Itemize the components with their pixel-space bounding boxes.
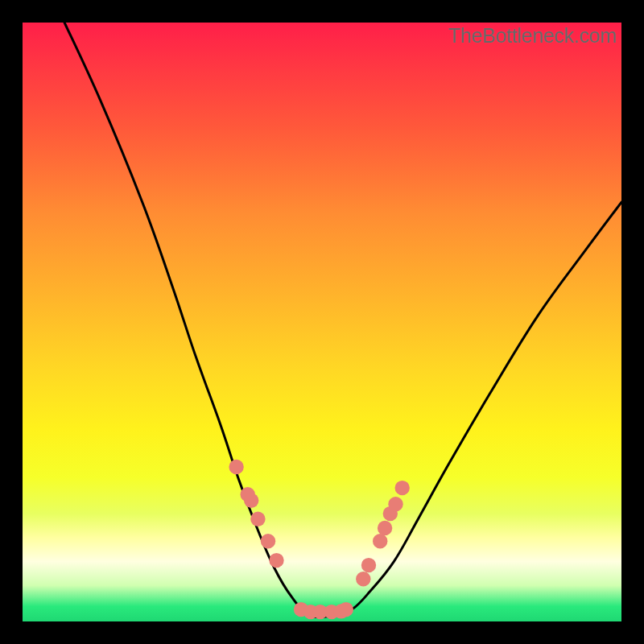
- marker-dots-group: [229, 460, 410, 620]
- chart-svg: [23, 23, 621, 621]
- bottleneck-curve: [64, 23, 621, 617]
- marker-dot: [269, 553, 283, 568]
- marker-dot: [339, 602, 353, 617]
- marker-dot: [395, 481, 410, 495]
- marker-dot: [388, 497, 402, 511]
- marker-dot: [378, 521, 392, 535]
- chart-frame: TheBottleneck.com: [23, 23, 621, 621]
- marker-dot: [373, 534, 387, 548]
- curve-group: [64, 23, 621, 617]
- marker-dot: [244, 493, 258, 508]
- marker-dot: [361, 558, 376, 572]
- marker-dot: [229, 460, 243, 474]
- watermark-text: TheBottleneck.com: [448, 24, 617, 47]
- marker-dot: [250, 512, 265, 526]
- marker-dot: [261, 534, 275, 548]
- marker-dot: [356, 572, 370, 586]
- plot-area: TheBottleneck.com: [23, 23, 621, 621]
